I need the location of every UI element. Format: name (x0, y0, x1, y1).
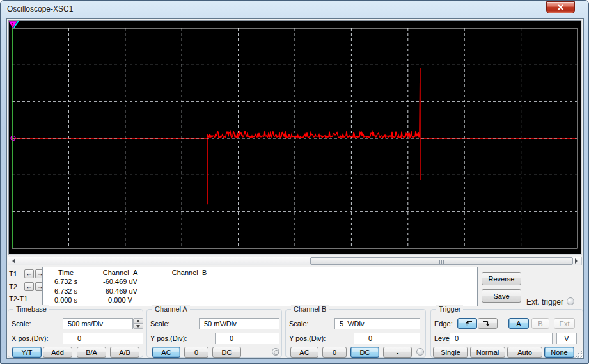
channel-a-group: Channel A Scale: Y pos.(Div): AC 0 DC (146, 309, 282, 358)
ext-trigger-label: Ext. trigger (526, 297, 563, 306)
timebase-mode-yt[interactable]: Y/T (12, 347, 42, 358)
t2-channel-a: -60.469 uV (89, 287, 152, 296)
col-channel-b: Channel_B (152, 268, 227, 277)
diff-time: 0.000 s (43, 296, 89, 305)
channel-a-coupling-ac[interactable]: AC (152, 347, 180, 358)
trigger-mode-none[interactable]: None (544, 347, 574, 358)
resize-grip[interactable] (574, 349, 582, 357)
trigger-source-b[interactable]: B (531, 318, 549, 329)
timebase-xpos-input[interactable] (63, 333, 143, 344)
ext-trigger-terminal-icon (567, 297, 574, 305)
trigger-group: Trigger Edge: A B Ext Level: V Single (430, 309, 583, 358)
trigger-level-unit: V (556, 333, 577, 344)
scrollbar-grip-icon (439, 260, 444, 264)
channel-a-scale-label: Scale: (150, 320, 170, 328)
t2-label: T2 (9, 283, 23, 290)
scroll-left-button[interactable] (8, 257, 19, 265)
readout-row-diff: 0.000 s 0.000 V (43, 296, 477, 305)
save-button[interactable]: Save (482, 289, 521, 303)
timebase-title: Timebase (13, 305, 49, 313)
t2-time: 6.732 s (43, 287, 89, 296)
channel-b-ypos-label: Y pos.(Div): (289, 335, 326, 342)
timebase-group: Timebase Scale: X pos.(Div): Y/T Add B/A… (8, 309, 143, 358)
channel-b-title: Channel B (291, 305, 329, 313)
timebase-scale-label: Scale: (12, 320, 31, 328)
timebase-xpos-label: X pos.(Div): (12, 335, 48, 342)
scroll-right-icon (575, 258, 578, 264)
spin-down-icon (136, 325, 140, 328)
t1-channel-b (152, 277, 227, 286)
channel-a-scale-input[interactable] (199, 318, 279, 329)
channel-b-scale-label: Scale: (289, 320, 309, 328)
trigger-level-input[interactable] (450, 333, 553, 344)
t2-channel-b (152, 287, 227, 296)
readout-header-row: Time Channel_A Channel_B (43, 268, 477, 277)
scrollbar-thumb[interactable] (310, 257, 573, 265)
trigger-edge-label: Edge: (434, 320, 453, 328)
spin-down-button[interactable] (133, 323, 143, 329)
channel-b-terminal-icon (416, 348, 424, 356)
col-channel-a: Channel_A (89, 268, 152, 277)
channel-a-coupling-0[interactable]: 0 (184, 347, 208, 358)
cursor-readout-table: Time Channel_A Channel_B 6.732 s -60.469… (42, 267, 478, 306)
close-icon (557, 4, 564, 10)
trigger-edge-falling-button[interactable] (478, 318, 498, 329)
horizontal-scrollbar[interactable] (8, 257, 582, 265)
t1-left-button[interactable]: ← (24, 269, 34, 278)
trigger-mode-single[interactable]: Single (433, 347, 468, 358)
trigger-mode-auto[interactable]: Auto (507, 347, 542, 358)
instrument-body: 1 T1 ← → T2 ← → T2-T1 (6, 18, 584, 359)
channel-b-coupling-ac[interactable]: AC (290, 347, 318, 358)
close-button[interactable] (546, 1, 575, 13)
reverse-button[interactable]: Reverse (482, 272, 521, 285)
col-time: Time (43, 268, 89, 277)
channel-a-ypos-label: Y pos.(Div): (150, 335, 187, 342)
svg-text:1: 1 (12, 22, 15, 28)
channel-a-coupling-dc[interactable]: DC (212, 347, 241, 358)
channel-b-ypos-input[interactable] (354, 333, 420, 344)
scroll-right-button[interactable] (571, 257, 581, 265)
t2-t1-label: T2-T1 (9, 295, 35, 303)
channel-b-coupling-dc[interactable]: DC (350, 347, 379, 358)
trigger-source-a[interactable]: A (508, 318, 529, 329)
t2-left-button[interactable]: ← (24, 282, 34, 291)
channel-a-title: Channel A (152, 305, 190, 313)
t1-time: 6.732 s (43, 277, 89, 286)
channel-a-ypos-input[interactable] (215, 333, 279, 344)
channel-b-coupling-minus[interactable]: - (383, 347, 412, 358)
readout-row-t1: 6.732 s -60.469 uV (43, 277, 477, 286)
timebase-mode-add[interactable]: Add (43, 347, 72, 358)
falling-edge-icon (483, 320, 493, 327)
channel-a-terminal-icon (272, 348, 279, 356)
diff-channel-a: 0.000 V (89, 296, 152, 305)
channel-b-group: Channel B Scale: Y pos.(Div): AC 0 DC - (285, 309, 426, 358)
oscilloscope-window: Oscilloscope-XSC1 1 T1 ← → T (0, 0, 589, 364)
scroll-left-icon (12, 258, 15, 264)
readout-row-t2: 6.732 s -60.469 uV (43, 287, 477, 296)
rising-edge-icon (462, 320, 473, 327)
trigger-mode-normal[interactable]: Normal (470, 347, 505, 358)
t1-label: T1 (9, 270, 23, 278)
trigger-title: Trigger (436, 305, 463, 313)
channel-b-coupling-0[interactable]: 0 (322, 347, 347, 358)
scope-display[interactable]: 1 (8, 20, 582, 255)
timebase-mode-ba[interactable]: B/A (77, 347, 106, 358)
titlebar[interactable]: Oscilloscope-XSC1 (1, 1, 588, 18)
window-title: Oscilloscope-XSC1 (7, 4, 73, 13)
waveform-plot: 1 (9, 21, 581, 254)
trigger-edge-rising-button[interactable] (457, 318, 477, 329)
timebase-mode-ab[interactable]: A/B (110, 347, 139, 358)
spin-up-icon (136, 320, 140, 322)
timebase-scale-input[interactable] (63, 318, 133, 329)
timebase-scale-spinner (133, 318, 143, 329)
t1-channel-a: -60.469 uV (89, 277, 152, 286)
diff-channel-b (152, 296, 227, 305)
channel-b-scale-input[interactable] (334, 318, 420, 329)
trigger-source-ext[interactable]: Ext (554, 318, 575, 329)
